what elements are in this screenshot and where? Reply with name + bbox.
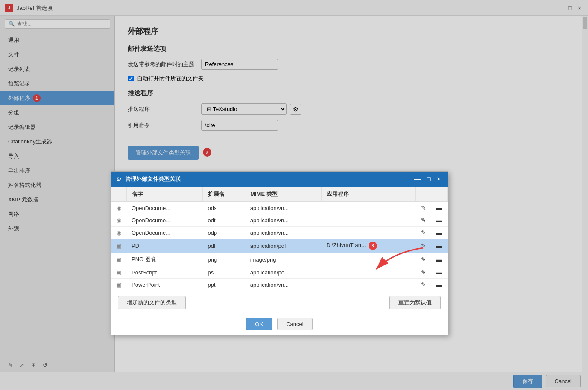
dialog-actions: 增加新的文件的类型 重置为默认值 <box>111 291 448 314</box>
dialog-ok-btn[interactable]: OK <box>246 318 272 330</box>
row-app <box>321 279 415 291</box>
dialog-title: 管理外部文件类型关联 <box>125 175 181 183</box>
row-mime: application/vn... <box>245 227 321 239</box>
row-edit-btn[interactable]: ✎ <box>416 227 431 239</box>
row-ext: png <box>202 253 245 266</box>
row-delete-btn[interactable]: ▬ <box>431 253 448 266</box>
row-mime: application/vn... <box>245 202 321 214</box>
row-delete-btn[interactable]: ▬ <box>431 214 448 227</box>
row-name: PDF <box>126 239 202 253</box>
row-icon: ◉ <box>111 202 126 214</box>
row-ext: pdf <box>202 239 245 253</box>
row-badge: 3 <box>369 242 377 250</box>
dialog-ok-cancel: OK Cancel <box>111 314 448 335</box>
row-delete-btn[interactable]: ▬ <box>431 239 448 253</box>
dialog-titlebar: ⚙ 管理外部文件类型关联 — □ × <box>111 172 448 187</box>
row-icon: ◉ <box>111 214 126 227</box>
table-row[interactable]: ▣ PNG 图像 png image/png ✎ ▬ <box>111 253 448 266</box>
row-mime: application/po... <box>245 266 321 279</box>
row-edit-btn[interactable]: ✎ <box>416 214 431 227</box>
row-icon: ◉ <box>111 227 126 239</box>
table-row[interactable]: ◉ OpenDocume... odt application/vn... ✎ … <box>111 214 448 227</box>
table-row[interactable]: ◉ OpenDocume... ods application/vn... ✎ … <box>111 202 448 214</box>
row-delete-btn[interactable]: ▬ <box>431 202 448 214</box>
row-delete-btn[interactable]: ▬ <box>431 266 448 279</box>
col-name: 名字 <box>126 187 202 202</box>
table-row[interactable]: ▣ PDF pdf application/pdf D:\ZhiyunTran.… <box>111 239 448 253</box>
row-name: PowerPoint <box>126 279 202 291</box>
row-icon: ▣ <box>111 239 126 253</box>
row-app <box>321 214 415 227</box>
row-edit-btn[interactable]: ✎ <box>416 279 431 291</box>
dialog-table-body: ◉ OpenDocume... ods application/vn... ✎ … <box>111 202 448 291</box>
row-app <box>321 227 415 239</box>
row-edit-btn[interactable]: ✎ <box>416 253 431 266</box>
row-name: PostScript <box>126 266 202 279</box>
row-app <box>321 266 415 279</box>
row-ext: odt <box>202 214 245 227</box>
main-window: J JabRef 首选项 — □ × 🔍 通用文件记录列表预览记录外部程序1分组… <box>0 0 588 390</box>
reset-defaults-btn[interactable]: 重置为默认值 <box>389 296 441 309</box>
col-mime: MIME 类型 <box>245 187 321 202</box>
dialog-close-btn[interactable]: × <box>435 175 442 183</box>
row-icon: ▣ <box>111 279 126 291</box>
row-app: D:\ZhiyunTran...3 <box>321 239 415 253</box>
col-icon <box>111 187 126 202</box>
dialog-minimize-btn[interactable]: — <box>412 175 422 183</box>
row-icon: ▣ <box>111 253 126 266</box>
table-row[interactable]: ▣ PostScript ps application/po... ✎ ▬ <box>111 266 448 279</box>
col-edit <box>416 187 431 202</box>
row-name: PNG 图像 <box>126 253 202 266</box>
row-icon: ▣ <box>111 266 126 279</box>
table-row[interactable]: ◉ OpenDocume... odp application/vn... ✎ … <box>111 227 448 239</box>
row-mime: application/vn... <box>245 279 321 291</box>
row-edit-btn[interactable]: ✎ <box>416 266 431 279</box>
table-row[interactable]: ▣ PowerPoint ppt application/vn... ✎ ▬ <box>111 279 448 291</box>
dialog-controls: — □ × <box>412 175 442 183</box>
dialog-maximize-btn[interactable]: □ <box>425 175 433 183</box>
dialog-titlebar-left: ⚙ 管理外部文件类型关联 <box>116 175 181 183</box>
row-delete-btn[interactable]: ▬ <box>431 279 448 291</box>
row-ext: odp <box>202 227 245 239</box>
dialog-body: 名字 扩展名 MIME 类型 应用程序 ◉ OpenDocume... ods … <box>111 187 448 291</box>
file-type-dialog: ⚙ 管理外部文件类型关联 — □ × 名字 扩展名 MIME 类型 应用程序 <box>111 171 448 335</box>
table-header: 名字 扩展名 MIME 类型 应用程序 <box>111 187 448 202</box>
row-app <box>321 202 415 214</box>
row-ext: ps <box>202 266 245 279</box>
row-mime: application/pdf <box>245 239 321 253</box>
row-name: OpenDocume... <box>126 202 202 214</box>
row-ext: ods <box>202 202 245 214</box>
col-delete <box>431 187 448 202</box>
row-app <box>321 253 415 266</box>
row-name: OpenDocume... <box>126 214 202 227</box>
dialog-cancel-btn[interactable]: Cancel <box>277 318 312 330</box>
col-ext: 扩展名 <box>202 187 245 202</box>
row-mime: application/vn... <box>245 214 321 227</box>
row-mime: image/png <box>245 253 321 266</box>
row-edit-btn[interactable]: ✎ <box>416 202 431 214</box>
row-name: OpenDocume... <box>126 227 202 239</box>
dialog-jabref-icon: ⚙ <box>116 176 122 183</box>
row-edit-btn[interactable]: ✎ <box>416 239 431 253</box>
col-app: 应用程序 <box>321 187 415 202</box>
row-ext: ppt <box>202 279 245 291</box>
add-file-type-btn[interactable]: 增加新的文件的类型 <box>118 296 186 309</box>
file-type-table: 名字 扩展名 MIME 类型 应用程序 ◉ OpenDocume... ods … <box>111 187 448 291</box>
row-delete-btn[interactable]: ▬ <box>431 227 448 239</box>
